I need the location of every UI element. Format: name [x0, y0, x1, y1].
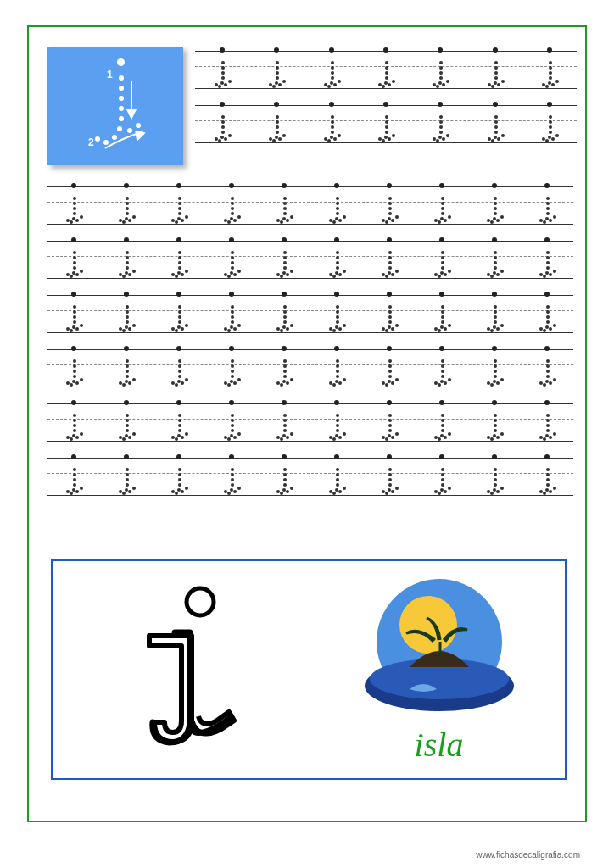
stroke-guide-box: 1 2 [47, 47, 183, 165]
trace-letter-i [537, 46, 562, 93]
trace-letter-i [377, 344, 402, 392]
trace-letter-i [482, 398, 507, 446]
writing-line [195, 51, 577, 93]
trace-letter-i [166, 181, 192, 229]
trace-letter-i [166, 290, 192, 337]
arrow-curve-icon [100, 131, 148, 157]
example-word: isla [415, 725, 464, 765]
trace-letter-i [271, 181, 297, 229]
writing-line [195, 105, 577, 147]
trace-letter-i [219, 398, 244, 446]
trace-letter-i [324, 453, 349, 500]
top-practice-area [195, 51, 577, 159]
trace-letter-i [114, 236, 139, 283]
trace-letter-i [373, 100, 399, 147]
svg-point-3 [187, 588, 214, 615]
trace-letter-i [429, 398, 455, 446]
trace-letter-i [166, 344, 192, 392]
trace-letter-i [482, 344, 507, 392]
trace-letter-i [377, 290, 402, 337]
trace-letter-i [166, 398, 192, 446]
main-practice-area [47, 186, 573, 512]
svg-point-5 [399, 596, 457, 654]
writing-line [47, 295, 573, 337]
trace-letter-i [429, 290, 455, 337]
trace-letter-i [61, 181, 87, 229]
trace-letter-i [534, 398, 560, 446]
trace-letter-i [114, 398, 139, 446]
writing-line [47, 186, 573, 229]
arrow-down-icon [124, 77, 139, 120]
island-block: isla [359, 576, 520, 765]
island-icon [359, 576, 520, 720]
trace-letter-i [114, 344, 139, 392]
trace-letter-i [271, 236, 297, 283]
trace-letter-i [534, 290, 560, 337]
trace-letter-i [166, 236, 192, 283]
trace-letter-i [271, 453, 297, 500]
trace-letter-i [209, 100, 235, 147]
trace-letter-i [61, 344, 87, 392]
trace-letter-i [219, 290, 244, 337]
trace-letter-i [61, 290, 87, 337]
trace-letter-i [537, 100, 562, 147]
example-box: isla [51, 559, 567, 780]
trace-letter-i [166, 453, 192, 500]
trace-letter-i [114, 181, 139, 229]
trace-letter-i [219, 236, 244, 283]
trace-letter-i [319, 46, 344, 93]
trace-letter-i [61, 398, 87, 446]
trace-letter-i [219, 453, 244, 500]
trace-letter-i [324, 398, 349, 446]
trace-letter-i [429, 181, 455, 229]
writing-line [47, 403, 573, 446]
trace-letter-i [219, 181, 244, 229]
trace-letter-i [377, 181, 402, 229]
trace-letter-i [324, 181, 349, 229]
trace-letter-i [271, 344, 297, 392]
writing-line [47, 241, 573, 283]
trace-letter-i [373, 46, 399, 93]
trace-letter-i [482, 290, 507, 337]
trace-letter-i [377, 453, 402, 500]
footer-credit: www.fichasdecaligrafia.com [476, 850, 580, 860]
trace-letter-i [534, 181, 560, 229]
trace-letter-i [427, 46, 453, 93]
trace-letter-i [483, 46, 508, 93]
trace-letter-i [427, 100, 453, 147]
trace-letter-i [219, 344, 244, 392]
trace-letter-i [429, 344, 455, 392]
trace-letter-i [271, 290, 297, 337]
trace-letter-i [534, 344, 560, 392]
trace-letter-i [61, 453, 87, 500]
big-letter-i [98, 576, 268, 763]
trace-letter-i [483, 100, 508, 147]
trace-letter-i [429, 453, 455, 500]
svg-marker-1 [127, 109, 136, 118]
svg-marker-2 [136, 131, 144, 140]
trace-letter-i [264, 100, 289, 147]
trace-letter-i [114, 453, 139, 500]
writing-line [47, 349, 573, 392]
trace-letter-i [324, 290, 349, 337]
trace-letter-i [482, 181, 507, 229]
trace-letter-i [61, 236, 87, 283]
writing-line [47, 458, 573, 500]
trace-letter-i [429, 236, 455, 283]
trace-letter-i [482, 236, 507, 283]
trace-letter-i [377, 236, 402, 283]
trace-letter-i [319, 100, 344, 147]
trace-letter-i [482, 453, 507, 500]
trace-letter-i [324, 344, 349, 392]
trace-letter-i [271, 398, 297, 446]
trace-letter-i [209, 46, 235, 93]
trace-letter-i [264, 46, 289, 93]
trace-letter-i [534, 453, 560, 500]
trace-letter-i [377, 398, 402, 446]
trace-letter-i [114, 290, 139, 337]
trace-letter-i [534, 236, 560, 283]
trace-letter-i [324, 236, 349, 283]
